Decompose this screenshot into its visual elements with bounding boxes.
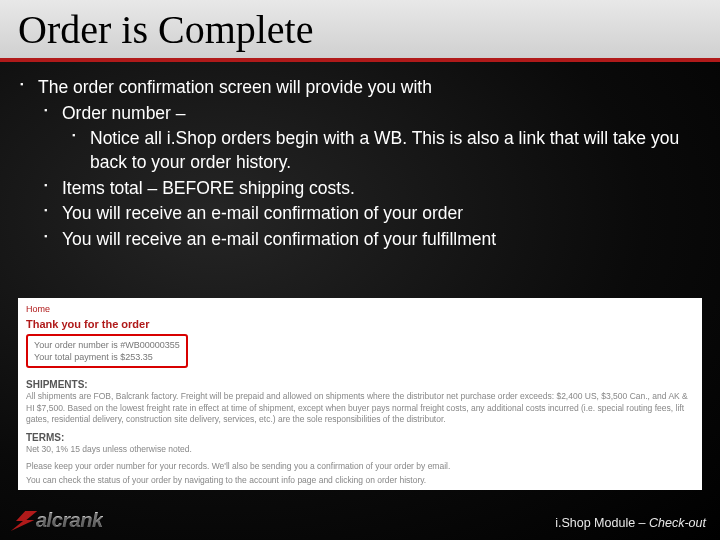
- thank-you-heading: Thank you for the order: [26, 318, 694, 330]
- bullet-intro-text: The order confirmation screen will provi…: [38, 77, 432, 97]
- brand-text: alcrank: [36, 509, 103, 532]
- bullet-email-order: You will receive an e-mail confirmation …: [38, 202, 702, 226]
- bullet-email-fulfillment-text: You will receive an e-mail confirmation …: [62, 229, 496, 249]
- footer-module-label: i.Shop Module –: [555, 516, 649, 530]
- bolt-icon: [11, 511, 37, 531]
- order-summary-box: Your order number is #WB00000355 Your to…: [26, 334, 188, 368]
- bullet-intro: The order confirmation screen will provi…: [18, 76, 702, 251]
- slide: Order is Complete The order confirmation…: [0, 0, 720, 540]
- order-number-line: Your order number is #WB00000355: [34, 339, 180, 351]
- embedded-screenshot: Home Thank you for the order Your order …: [18, 298, 702, 490]
- bullet-wb-notice: Notice all i.Shop orders begin with a WB…: [62, 127, 702, 174]
- bullet-order-number-text: Order number –: [62, 103, 186, 123]
- terms-heading: TERMS:: [26, 432, 694, 443]
- bullet-items-total-text: Items total – BEFORE shipping costs.: [62, 178, 355, 198]
- bullet-email-order-text: You will receive an e-mail confirmation …: [62, 203, 463, 223]
- slide-content: The order confirmation screen will provi…: [0, 62, 720, 251]
- footer-page-label: Check-out: [649, 516, 706, 530]
- shipments-body: All shipments are FOB, Balcrank factory.…: [26, 391, 694, 425]
- bullet-order-number: Order number – Notice all i.Shop orders …: [38, 102, 702, 175]
- footer-logo: alcrank: [14, 509, 103, 532]
- terms-body: Net 30, 1% 15 days unless otherwise note…: [26, 444, 694, 455]
- bullet-wb-notice-text: Notice all i.Shop orders begin with a WB…: [90, 128, 679, 172]
- bullet-list: The order confirmation screen will provi…: [18, 76, 702, 251]
- footer-module: i.Shop Module – Check-out: [555, 516, 706, 530]
- home-link[interactable]: Home: [26, 304, 50, 314]
- bullet-email-fulfillment: You will receive an e-mail confirmation …: [38, 228, 702, 252]
- records-note: Please keep your order number for your r…: [26, 461, 694, 472]
- bullet-items-total: Items total – BEFORE shipping costs.: [38, 177, 702, 201]
- status-note: You can check the status of your order b…: [26, 475, 694, 486]
- shipments-heading: SHIPMENTS:: [26, 379, 694, 390]
- order-total-line: Your total payment is $253.35: [34, 351, 180, 363]
- slide-title: Order is Complete: [0, 0, 720, 62]
